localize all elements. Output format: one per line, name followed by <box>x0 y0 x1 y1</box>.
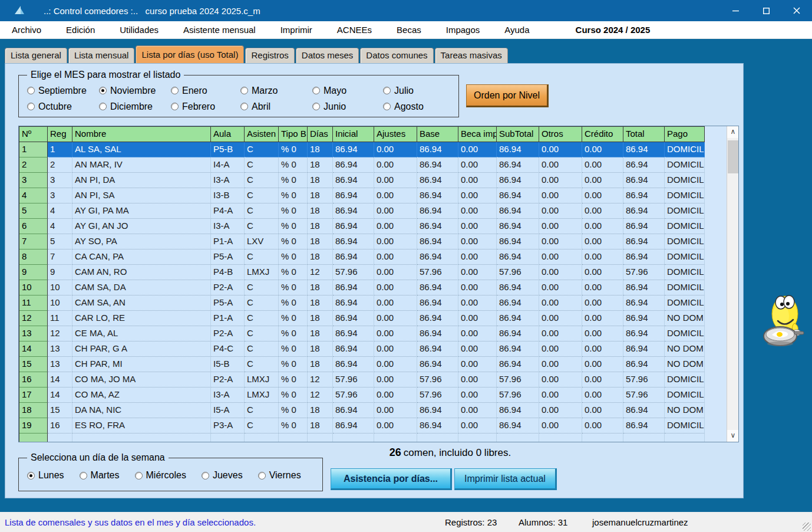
column-header-dias[interactable]: Días <box>308 127 333 142</box>
radio-icon[interactable] <box>80 472 87 480</box>
menu-item-archivo[interactable]: Archivo <box>4 25 49 35</box>
vertical-scrollbar[interactable]: ∧ ∨ <box>727 126 738 442</box>
menu-item-acnees[interactable]: ACNEEs <box>329 25 380 35</box>
month-radio-agosto[interactable]: Agosto <box>383 98 448 114</box>
table-row[interactable]: 33AN PI, DAI3-AC% 01886.940.0086.940.008… <box>19 173 705 188</box>
month-radio-julio[interactable]: Julio <box>383 83 448 98</box>
month-radio-junio[interactable]: Junio <box>312 98 383 114</box>
table-row[interactable]: 1513CH PAR, MII5-BC% 01886.940.0086.940.… <box>19 357 705 372</box>
menu-item-asistente-mensual[interactable]: Asistente mensual <box>175 25 264 35</box>
table-row[interactable]: 43AN PI, SAI3-BC% 01886.940.0086.940.008… <box>19 188 705 203</box>
tab-datos-comunes[interactable]: Datos comunes <box>360 48 433 63</box>
cell-otros: 0.00 <box>539 219 582 234</box>
table-row[interactable]: 54AY GI, PA MAP4-AC% 01886.940.0086.940.… <box>19 203 705 219</box>
column-header-base[interactable]: Base <box>417 127 458 142</box>
column-header-pago[interactable]: Pago <box>665 127 705 142</box>
table-row[interactable]: 1916ES RO, FRAP3-AC% 01886.940.0086.940.… <box>19 418 705 434</box>
month-radio-octubre[interactable]: Octubre <box>27 98 99 114</box>
table-row[interactable]: 1413CH PAR, G AP4-CC% 01886.940.0086.940… <box>19 341 705 357</box>
month-radio-septiembre[interactable]: Septiembre <box>27 83 99 98</box>
month-radio-noviembre[interactable]: Noviembre <box>99 83 171 98</box>
month-radio-diciembre[interactable]: Diciembre <box>99 98 171 114</box>
table-row[interactable]: 1010CAM SA, DAP2-AC% 01886.940.0086.940.… <box>19 280 705 295</box>
table-row[interactable]: 1614CO MA, JO MAP2-ALMXJ% 01257.960.0057… <box>19 372 705 387</box>
day-radio-martes[interactable]: Martes <box>80 470 120 481</box>
table-row[interactable]: 1312CE MA, ALP2-AC% 01886.940.0086.940.0… <box>19 326 705 341</box>
table-row[interactable]: 1714CO MA, AZI3-ALMXJ% 01257.960.0057.96… <box>19 387 705 403</box>
column-header-aula[interactable]: Aula <box>211 127 245 142</box>
day-radio-viernes[interactable]: Viernes <box>258 470 301 481</box>
resize-grip[interactable] <box>803 523 811 531</box>
table-row[interactable]: 64AY GI, AN JOI3-AC% 01886.940.0086.940.… <box>19 219 705 234</box>
radio-icon[interactable] <box>312 87 320 94</box>
table-row[interactable]: 1211CAR LO, REP1-AC% 01886.940.0086.940.… <box>19 311 705 326</box>
radio-icon[interactable] <box>258 472 266 480</box>
table-row[interactable]: 75AY SO, PAP1-ALXV% 01886.940.0086.940.0… <box>19 234 705 249</box>
cell-empty <box>333 434 374 442</box>
radio-icon[interactable] <box>27 103 35 110</box>
scrollbar-thumb[interactable] <box>728 140 738 173</box>
tab-registros[interactable]: Registros <box>245 48 294 63</box>
tab-lista-general[interactable]: Lista general <box>5 48 67 63</box>
menu-item-impagos[interactable]: Impagos <box>438 25 488 35</box>
radio-icon[interactable] <box>27 472 35 480</box>
cell-reg: 5 <box>48 234 72 249</box>
radio-icon[interactable] <box>383 103 391 110</box>
menu-item-utilidades[interactable]: Utilidades <box>111 25 167 35</box>
column-header-beca-imp[interactable]: Beca imp <box>458 127 497 142</box>
month-radio-febrero[interactable]: Febrero <box>171 98 240 114</box>
print-current-list-button[interactable]: Imprimir lista actual <box>454 468 557 490</box>
radio-icon[interactable] <box>171 87 179 94</box>
month-radio-enero[interactable]: Enero <box>171 83 240 98</box>
column-header-asisten[interactable]: Asisten <box>245 127 279 142</box>
scroll-down-icon[interactable]: ∨ <box>727 430 739 442</box>
day-radio-jueves[interactable]: Jueves <box>202 470 243 481</box>
cell-empty <box>417 434 458 442</box>
minimize-button[interactable] <box>720 0 751 21</box>
radio-icon[interactable] <box>240 87 248 94</box>
radio-icon[interactable] <box>99 87 107 94</box>
tab-datos-meses[interactable]: Datos meses <box>296 48 359 63</box>
column-header-total[interactable]: Total <box>623 127 665 142</box>
menu-item-becas[interactable]: Becas <box>388 25 430 35</box>
month-radio-abril[interactable]: Abril <box>240 98 312 114</box>
radio-icon[interactable] <box>171 103 179 110</box>
radio-icon[interactable] <box>202 472 209 480</box>
radio-icon[interactable] <box>99 103 107 110</box>
close-button[interactable] <box>781 0 812 21</box>
table-row[interactable]: 11AL SA, SALP5-BC% 01886.940.0086.940.00… <box>19 142 705 157</box>
scroll-up-icon[interactable]: ∧ <box>727 126 739 138</box>
column-header-credito[interactable]: Crédito <box>582 127 623 142</box>
column-header-subtotal[interactable]: SubTotal <box>497 127 539 142</box>
tab-lista-mensual[interactable]: Lista mensual <box>68 48 135 63</box>
column-header-tipo-b[interactable]: Tipo B <box>279 127 308 142</box>
table-row[interactable]: 1815DA NA, NICI5-AC% 01886.940.0086.940.… <box>19 403 705 418</box>
menu-item-imprimir[interactable]: Imprimir <box>272 25 321 35</box>
column-header-nombre[interactable]: Nombre <box>72 127 211 142</box>
day-radio-miercoles[interactable]: Miércoles <box>135 470 186 481</box>
attendance-by-days-button[interactable]: Asistencia por días... <box>331 468 452 490</box>
table-row[interactable]: 22AN MAR, IVI4-AC% 01886.940.0086.940.00… <box>19 157 705 173</box>
tab-tareas-masivas[interactable]: Tareas masivas <box>435 48 508 63</box>
radio-icon[interactable] <box>240 103 248 110</box>
table-row[interactable]: 99CAM AN, ROP4-BLMXJ% 01257.960.0057.960… <box>19 265 705 280</box>
order-by-level-button[interactable]: Orden por Nivel <box>466 84 549 107</box>
column-header-reg[interactable]: Reg <box>48 127 72 142</box>
tab-lista-por-dias-uso-total[interactable]: Lista por días (uso Total) <box>136 45 244 63</box>
month-radio-marzo[interactable]: Marzo <box>240 83 312 98</box>
radio-icon[interactable] <box>383 87 391 94</box>
maximize-button[interactable] <box>751 0 781 21</box>
column-header-ajustes[interactable]: Ajustes <box>374 127 417 142</box>
radio-icon[interactable] <box>135 472 143 480</box>
menu-item-edicion[interactable]: Edición <box>58 25 103 35</box>
month-radio-mayo[interactable]: Mayo <box>312 83 383 98</box>
radio-icon[interactable] <box>27 87 35 94</box>
column-header-inicial[interactable]: Inicial <box>333 127 374 142</box>
radio-icon[interactable] <box>312 103 320 110</box>
column-header-n[interactable]: Nº <box>19 127 48 142</box>
table-row[interactable]: 1110CAM SA, ANP5-AC% 01886.940.0086.940.… <box>19 295 705 311</box>
menu-item-ayuda[interactable]: Ayuda <box>496 25 537 35</box>
day-radio-lunes[interactable]: Lunes <box>27 470 64 481</box>
column-header-otros[interactable]: Otros <box>539 127 582 142</box>
table-row[interactable]: 87CA CAN, PAP5-AC% 01886.940.0086.940.00… <box>19 249 705 265</box>
